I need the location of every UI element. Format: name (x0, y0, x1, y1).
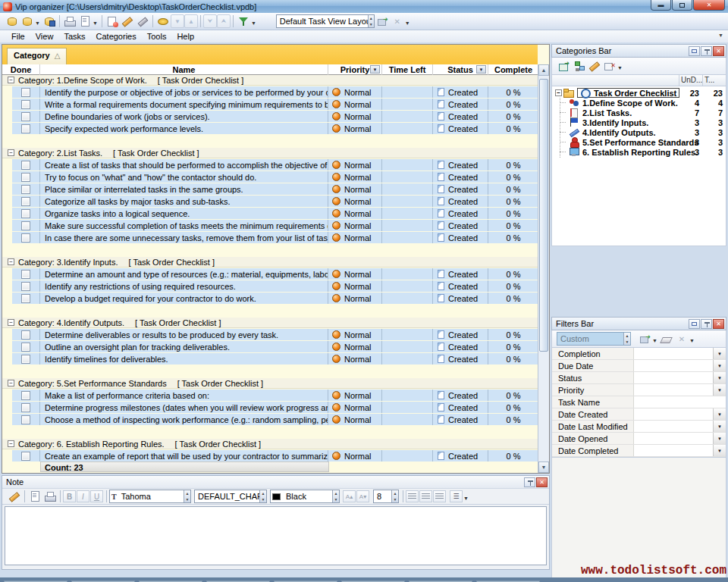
font-color-spinner[interactable]: ▲▼ (332, 490, 339, 502)
clear-filter-button[interactable] (659, 331, 674, 346)
delete-filter-button[interactable]: ✕ (674, 331, 689, 346)
task-row[interactable]: Write a formal requirements document spe… (2, 98, 538, 110)
move-down-button[interactable]: ▼ (171, 14, 184, 28)
delete-task-button[interactable] (135, 14, 150, 29)
bold-button[interactable]: B (63, 490, 76, 502)
categories-toolbar-overflow-icon[interactable]: ▼ (617, 65, 623, 70)
task-row[interactable]: Develop a budget required for your contr… (2, 292, 538, 304)
note-toolbar-overflow-icon[interactable]: ▼ (463, 496, 469, 501)
column-header-priority[interactable]: Priority▼ (328, 64, 382, 75)
font-name-combo[interactable]: T Tahoma ▲▼ (109, 490, 191, 503)
task-checkbox[interactable] (21, 221, 30, 230)
minimize-button[interactable]: ▬ (651, 0, 671, 11)
column-header-done[interactable]: Done (2, 64, 40, 75)
task-row[interactable]: Make sure successful completion of tasks… (2, 219, 538, 231)
menu-tools[interactable]: Tools (142, 31, 172, 42)
task-row[interactable]: Make a list of performance criteria base… (2, 389, 538, 401)
apply-layout-button[interactable] (375, 14, 390, 29)
char-style-spinner[interactable]: ▲▼ (259, 490, 266, 502)
filter-value[interactable] (634, 396, 726, 408)
task-checkbox[interactable] (21, 343, 30, 352)
filter-dropdown-button[interactable]: ▼ (713, 433, 726, 444)
collapse-icon[interactable]: − (8, 77, 14, 83)
task-checkbox[interactable] (21, 185, 30, 194)
filter-value[interactable] (634, 384, 713, 396)
menu-categories[interactable]: Categories (91, 31, 142, 42)
task-row[interactable]: Create a list of tasks that should be pe… (2, 158, 538, 171)
grow-font-button[interactable]: A▴ (343, 490, 356, 502)
char-style-combo[interactable]: DEFAULT_CHAR ▲▼ (194, 490, 267, 503)
task-checkbox[interactable] (21, 100, 30, 109)
delete-layout-button[interactable]: ✕ (390, 14, 405, 29)
note-print-button[interactable] (42, 489, 58, 504)
task-row[interactable]: Try to focus on "what" and "how" the con… (2, 171, 538, 183)
group-header-row[interactable]: −Category: 6. Establish Reporting Rules.… (2, 439, 538, 449)
task-checkbox[interactable] (21, 161, 30, 170)
maximize-button[interactable] (672, 0, 692, 11)
task-row[interactable]: Identify the purpose or objective of job… (2, 86, 538, 98)
collapse-icon[interactable]: − (8, 258, 14, 265)
edit-category-button[interactable] (587, 58, 602, 74)
task-row[interactable]: Specify expected work performance levels… (2, 122, 538, 134)
layout-combo[interactable]: Default Task View Layout ▲▼ (276, 14, 375, 28)
column-header-complete[interactable]: Complete (488, 64, 539, 75)
filters-toolbar-overflow-icon[interactable]: ▼ (689, 338, 695, 343)
task-checkbox[interactable] (21, 124, 30, 133)
category-tree-item[interactable]: 4.Identify Outputs.33 (552, 127, 726, 137)
align-left-button[interactable] (406, 490, 419, 502)
move-to-bottom-button[interactable]: ⮟ (203, 14, 217, 28)
collapse-icon[interactable]: − (8, 440, 14, 447)
group-by-category-tab[interactable]: Category△ (7, 48, 67, 64)
category-tree-item[interactable]: 5.Set Performance Standards33 (552, 137, 726, 147)
filters-close-button[interactable]: ✕ (713, 319, 724, 329)
filter-value[interactable] (634, 408, 713, 420)
font-size-spinner[interactable]: ▲▼ (391, 490, 398, 502)
open-database-caret-icon[interactable]: ▼ (35, 20, 40, 26)
note-preview-button[interactable] (27, 489, 42, 504)
task-checkbox[interactable] (21, 452, 30, 461)
filter-dropdown-button[interactable]: ▼ (713, 360, 726, 371)
menubar-overflow-icon[interactable]: ▼ (718, 33, 723, 38)
move-up-button[interactable]: ▲ (184, 14, 198, 28)
menu-file[interactable]: File (6, 31, 30, 42)
filter-dropdown-button[interactable]: ▼ (713, 372, 726, 383)
edit-task-button[interactable] (120, 14, 135, 29)
align-center-button[interactable] (419, 490, 432, 502)
task-row[interactable]: In case there are some unnecessary tasks… (2, 231, 538, 243)
task-row[interactable]: Categorize all tasks by major tasks and … (2, 195, 538, 207)
task-row[interactable]: Identify timelines for deliverables.Norm… (2, 352, 538, 365)
filter-value[interactable] (634, 433, 713, 444)
task-row[interactable]: Create an example of report that will be… (2, 449, 538, 462)
filter-value[interactable] (634, 445, 713, 456)
note-edit-button[interactable] (7, 489, 22, 504)
task-row[interactable]: Define boundaries of work (jobs or servi… (2, 110, 538, 122)
filter-preset-spinner[interactable]: ▲▼ (623, 333, 630, 345)
column-filter-icon[interactable]: ▼ (476, 65, 486, 74)
underline-button[interactable]: U (90, 490, 103, 502)
font-size-combo[interactable]: 8 ▲▼ (373, 490, 399, 503)
task-checkbox[interactable] (21, 209, 30, 218)
category-tree-item[interactable]: 3.Identify Inputs.33 (552, 117, 726, 127)
font-color-combo[interactable]: Black ▲▼ (270, 490, 340, 503)
undone-column-header[interactable]: UnD... (679, 75, 702, 86)
filter-value[interactable] (634, 360, 713, 371)
task-checkbox[interactable] (21, 173, 30, 182)
menu-view[interactable]: View (30, 31, 59, 42)
toolbar-overflow-icon[interactable]: ▼ (405, 20, 410, 26)
category-tree-item[interactable]: 2.List Tasks.77 (552, 108, 726, 117)
task-row[interactable]: Organize tasks into a logical sequence.N… (2, 207, 538, 219)
bullet-list-button[interactable]: ☰ (450, 490, 463, 502)
task-checkbox[interactable] (21, 270, 30, 279)
filter-dropdown-button[interactable]: ▼ (713, 348, 726, 359)
group-header-row[interactable]: −Category: 4.Identify Outputs.[ Task Ord… (2, 318, 538, 328)
layout-combo-spinner[interactable]: ▲▼ (368, 15, 374, 27)
note-editor[interactable] (5, 506, 547, 565)
column-filter-icon[interactable]: ▼ (370, 65, 380, 74)
filter-preset-combo[interactable]: Custom ▲▼ (557, 332, 631, 346)
filter-caret-icon[interactable]: ▼ (251, 20, 256, 26)
collapse-icon[interactable]: − (8, 319, 14, 326)
column-header-name[interactable]: Name (40, 64, 328, 75)
vertical-scrollbar[interactable]: ▲ ▼ (538, 64, 549, 473)
delete-category-button[interactable] (602, 58, 617, 74)
task-row[interactable]: Identify any restrictions of using requi… (2, 280, 538, 292)
